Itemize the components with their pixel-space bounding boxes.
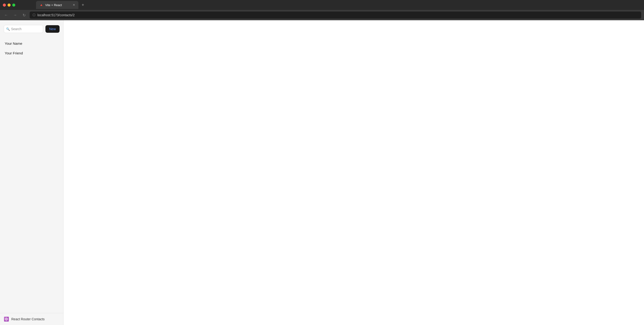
contact-item[interactable]: Your Friend: [0, 48, 63, 58]
tab-title: Vite + React: [45, 3, 62, 7]
sidebar: 🔍 New Your Name Your Friend ⚛️ React Rou…: [0, 20, 64, 325]
tab-bar: 🔺 Vite + React ✕ +: [17, 1, 86, 9]
search-icon: 🔍: [6, 27, 10, 31]
search-wrapper: 🔍: [4, 25, 43, 33]
lock-icon: ⓘ: [32, 13, 36, 17]
tab-close-icon[interactable]: ✕: [73, 3, 75, 7]
traffic-lights: [3, 4, 15, 7]
reload-button[interactable]: ↻: [21, 12, 27, 18]
minimize-button[interactable]: [8, 4, 10, 7]
new-button[interactable]: New: [46, 25, 60, 33]
active-tab[interactable]: 🔺 Vite + React ✕: [36, 1, 78, 9]
close-button[interactable]: [3, 4, 6, 7]
contact-item[interactable]: Your Name: [0, 39, 63, 48]
forward-button[interactable]: →: [12, 12, 18, 18]
vite-icon: 🔺: [39, 3, 43, 7]
address-bar-row: ← → ↻ ⓘ localhost:5173/contacts/2: [0, 10, 644, 20]
main-content: [64, 20, 644, 325]
contact-name: Your Friend: [5, 51, 23, 55]
back-button[interactable]: ←: [3, 12, 10, 18]
contact-name: Your Name: [5, 42, 22, 46]
footer-text: React Router Contacts: [11, 317, 45, 321]
contact-list: Your Name Your Friend: [0, 37, 63, 313]
app-body: 🔍 New Your Name Your Friend ⚛️ React Rou…: [0, 20, 644, 325]
new-tab-button[interactable]: +: [80, 3, 86, 8]
url-text: localhost:5173/contacts/2: [38, 13, 74, 17]
browser-chrome: 🔺 Vite + React ✕ + ← → ↻ ⓘ localhost:517…: [0, 0, 644, 20]
address-bar[interactable]: ⓘ localhost:5173/contacts/2: [30, 12, 641, 19]
sidebar-header: 🔍 New: [0, 20, 63, 37]
sidebar-footer: ⚛️ React Router Contacts: [0, 313, 63, 325]
title-bar: 🔺 Vite + React ✕ +: [0, 0, 644, 10]
react-router-icon: ⚛️: [4, 316, 9, 322]
maximize-button[interactable]: [12, 4, 15, 7]
